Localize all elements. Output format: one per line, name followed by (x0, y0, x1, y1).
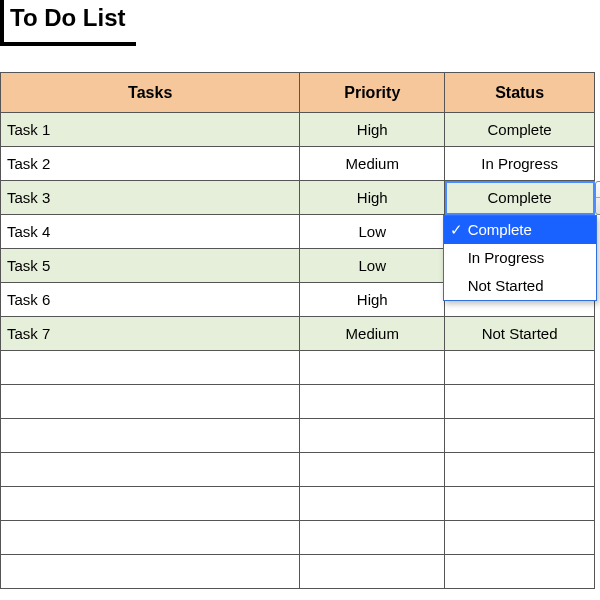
task-cell[interactable] (1, 521, 300, 555)
task-cell[interactable] (1, 419, 300, 453)
stepper-up-icon[interactable]: ▲ (596, 182, 601, 199)
table-row (1, 351, 595, 385)
status-cell[interactable] (445, 487, 595, 521)
task-cell[interactable] (1, 555, 300, 589)
status-cell[interactable]: Not Started (445, 317, 595, 351)
table-row (1, 385, 595, 419)
page-title: To Do List (0, 0, 136, 46)
table-row (1, 419, 595, 453)
status-cell[interactable]: Complete (445, 181, 595, 215)
task-cell[interactable]: Task 5 (1, 249, 300, 283)
task-cell[interactable] (1, 487, 300, 521)
priority-cell[interactable]: High (300, 283, 445, 317)
priority-cell[interactable] (300, 521, 445, 555)
task-cell[interactable]: Task 1 (1, 113, 300, 147)
todo-table: Tasks Priority Status Task 1HighComplete… (0, 72, 595, 589)
priority-cell[interactable]: High (300, 113, 445, 147)
dropdown-option[interactable]: Not Started (444, 272, 596, 300)
priority-cell[interactable]: Medium (300, 317, 445, 351)
priority-cell[interactable]: Low (300, 249, 445, 283)
task-cell[interactable]: Task 3 (1, 181, 300, 215)
table-row (1, 555, 595, 589)
task-cell[interactable] (1, 351, 300, 385)
status-cell[interactable] (445, 351, 595, 385)
priority-cell[interactable] (300, 351, 445, 385)
status-cell[interactable] (445, 419, 595, 453)
task-cell[interactable] (1, 453, 300, 487)
priority-cell[interactable]: Medium (300, 147, 445, 181)
col-header-status: Status (445, 73, 595, 113)
task-cell[interactable] (1, 385, 300, 419)
status-cell[interactable] (445, 385, 595, 419)
col-header-tasks: Tasks (1, 73, 300, 113)
status-dropdown[interactable]: CompleteIn ProgressNot Started (443, 215, 597, 301)
priority-cell[interactable] (300, 385, 445, 419)
priority-cell[interactable] (300, 419, 445, 453)
table-row: Task 3HighComplete (1, 181, 595, 215)
table-row (1, 521, 595, 555)
col-header-priority: Priority (300, 73, 445, 113)
status-cell[interactable] (445, 521, 595, 555)
status-cell[interactable]: Complete (445, 113, 595, 147)
task-cell[interactable]: Task 2 (1, 147, 300, 181)
priority-cell[interactable]: High (300, 181, 445, 215)
status-cell[interactable] (445, 453, 595, 487)
priority-cell[interactable] (300, 555, 445, 589)
table-row: Task 7MediumNot Started (1, 317, 595, 351)
status-cell[interactable] (445, 555, 595, 589)
table-row (1, 487, 595, 521)
task-cell[interactable]: Task 6 (1, 283, 300, 317)
table-row: Task 2MediumIn Progress (1, 147, 595, 181)
status-cell[interactable]: In Progress (445, 147, 595, 181)
header-row: Tasks Priority Status (1, 73, 595, 113)
task-cell[interactable]: Task 4 (1, 215, 300, 249)
priority-cell[interactable] (300, 453, 445, 487)
spreadsheet: Tasks Priority Status Task 1HighComplete… (0, 72, 600, 589)
table-row: Task 1HighComplete (1, 113, 595, 147)
dropdown-option[interactable]: Complete (444, 216, 596, 244)
priority-cell[interactable]: Low (300, 215, 445, 249)
stepper-down-icon[interactable]: ▼ (596, 198, 601, 214)
priority-cell[interactable] (300, 487, 445, 521)
table-row (1, 453, 595, 487)
cell-stepper[interactable]: ▲ ▼ (595, 181, 601, 215)
task-cell[interactable]: Task 7 (1, 317, 300, 351)
dropdown-option[interactable]: In Progress (444, 244, 596, 272)
